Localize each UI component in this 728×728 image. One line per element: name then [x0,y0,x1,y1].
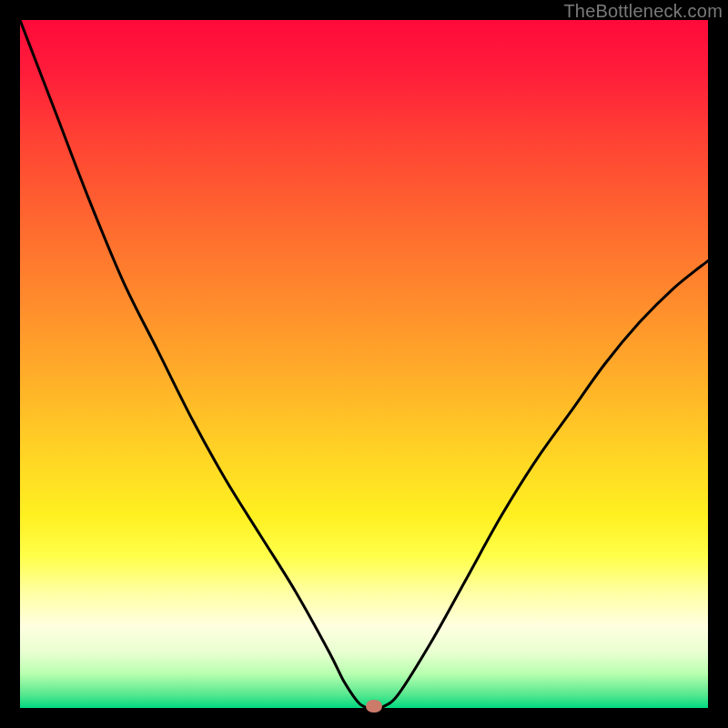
plot-area [20,20,708,708]
bottleneck-curve [20,20,708,708]
optimal-point-marker [366,700,382,713]
watermark-text: TheBottleneck.com [563,1,723,22]
chart-frame: TheBottleneck.com [0,0,728,728]
